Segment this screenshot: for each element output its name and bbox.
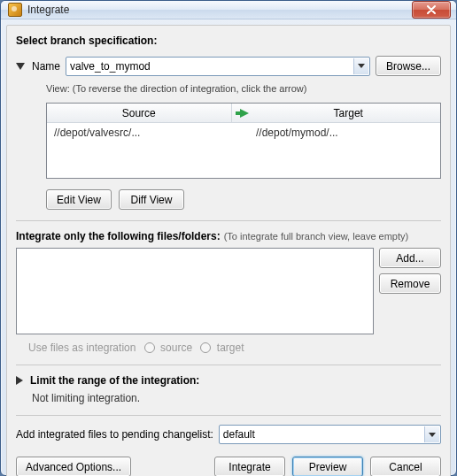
advanced-options-button[interactable]: Advanced Options... xyxy=(16,457,131,476)
limit-status: Not limiting integration. xyxy=(32,392,441,404)
collapse-toggle-branch[interactable] xyxy=(16,63,25,70)
radio-source xyxy=(144,342,155,353)
col-source[interactable]: Source xyxy=(47,104,232,122)
cancel-button[interactable]: Cancel xyxy=(370,457,441,476)
separator xyxy=(16,415,441,416)
files-listbox[interactable] xyxy=(16,248,374,334)
close-icon xyxy=(427,5,436,14)
radio-target xyxy=(200,342,211,353)
table-row[interactable]: //depot/valvesrc/... //depot/mymod/... xyxy=(47,123,440,178)
browse-button[interactable]: Browse... xyxy=(376,56,441,76)
col-target[interactable]: Target xyxy=(257,104,441,122)
direction-arrow[interactable] xyxy=(232,104,257,122)
radio-target-label: target xyxy=(217,342,244,354)
arrow-right-icon xyxy=(240,109,249,118)
close-button[interactable] xyxy=(412,1,451,19)
branch-view-table: Source Target //depot/valvesrc/... //dep… xyxy=(46,103,441,179)
expand-toggle-limit[interactable] xyxy=(16,376,23,385)
diff-view-button[interactable]: Diff View xyxy=(119,189,184,210)
branch-name-combo[interactable]: valve_to_mymod xyxy=(66,57,370,76)
limit-heading: Limit the range of the integration: xyxy=(30,374,199,387)
chevron-down-icon[interactable] xyxy=(353,58,368,74)
integrate-dialog: Integrate Select branch specification: N… xyxy=(0,0,457,476)
table-header: Source Target xyxy=(47,104,440,123)
window-title: Integrate xyxy=(27,4,412,16)
row-source: //depot/valvesrc/... xyxy=(54,127,231,174)
branch-name-value: valve_to_mymod xyxy=(70,60,151,73)
changelist-label: Add integrated files to pending changeli… xyxy=(16,428,213,441)
app-icon xyxy=(8,3,22,17)
edit-view-button[interactable]: Edit View xyxy=(46,189,112,210)
separator xyxy=(16,220,441,221)
files-heading: Integrate only the following files/folde… xyxy=(16,230,221,242)
view-hint: View: (To reverse the direction of integ… xyxy=(46,83,441,94)
row-target: //depot/mymod/... xyxy=(256,127,433,174)
integrate-button[interactable]: Integrate xyxy=(214,457,285,476)
preview-button[interactable]: Preview xyxy=(292,457,363,476)
add-button[interactable]: Add... xyxy=(379,248,441,268)
changelist-value: default xyxy=(223,428,255,441)
name-label: Name xyxy=(32,60,60,73)
remove-button[interactable]: Remove xyxy=(379,273,441,294)
branch-spec-heading: Select branch specification: xyxy=(16,35,441,47)
chevron-down-icon[interactable] xyxy=(424,426,439,442)
titlebar[interactable]: Integrate xyxy=(1,1,456,19)
use-files-radio-group: Use files as integration source target xyxy=(28,342,441,354)
use-files-label: Use files as integration xyxy=(28,342,136,354)
separator xyxy=(16,365,441,365)
files-hint: (To integrate full branch view, leave em… xyxy=(224,231,409,242)
radio-source-label: source xyxy=(160,342,192,354)
changelist-combo[interactable]: default xyxy=(219,425,441,444)
dialog-body: Select branch specification: Name valve_… xyxy=(6,25,451,476)
